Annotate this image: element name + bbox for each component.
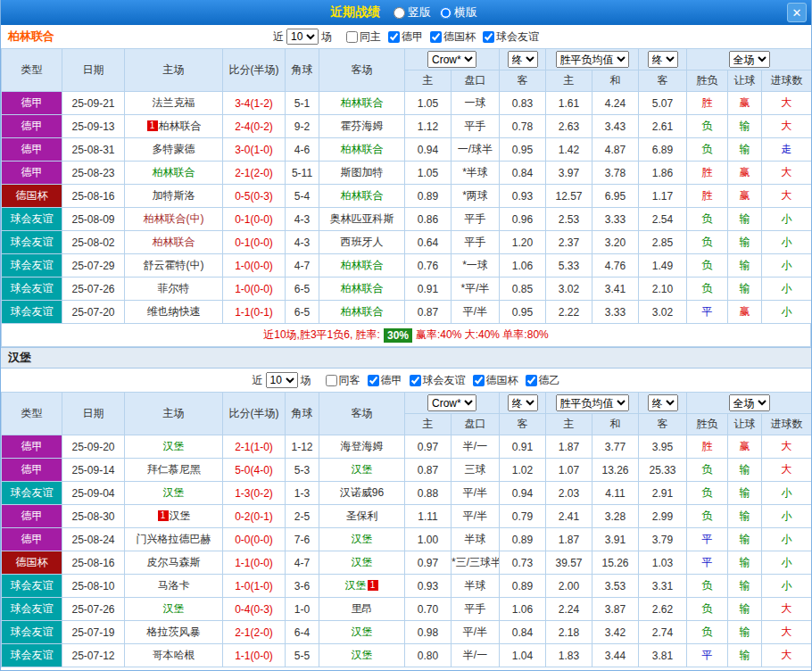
match-row: 德甲25-09-20汉堡2-1(1-0)1-12海登海姆0.97半/一0.911… — [2, 435, 812, 459]
home-team-name[interactable]: 汉堡 — [163, 602, 185, 615]
filter-checkbox[interactable] — [368, 375, 379, 386]
odds-handicap: 平/半 — [452, 482, 500, 505]
home-team-name[interactable]: 哥本哈根 — [153, 649, 195, 661]
home-team-name[interactable]: 舒云霍特(中) — [144, 259, 204, 271]
filter-checkbox[interactable] — [346, 31, 358, 43]
mean-draw: 3.53 — [592, 575, 639, 598]
odds-company-select[interactable]: Crow* — [427, 51, 476, 68]
home-team-name[interactable]: 多特蒙德 — [153, 143, 195, 155]
away-team-name[interactable]: 汉堡 — [352, 533, 373, 545]
match-row: 球会友谊25-09-04汉堡1-3(0-2)1-3汉诺威960.88平/半0.9… — [2, 482, 812, 505]
layout-horizontal-option[interactable]: 横版 — [440, 4, 477, 21]
home-team-name[interactable]: 汉堡 — [163, 486, 185, 499]
match-row: 德甲25-08-301汉堡0-2(0-1)2-5圣保利1.11平/半0.792.… — [2, 505, 812, 528]
mean-select[interactable]: 胜平负均值 — [556, 394, 629, 411]
close-button[interactable]: ✕ — [787, 3, 807, 22]
away-team-name[interactable]: 汉堡 — [352, 625, 373, 638]
scope-select[interactable]: 全场 — [729, 51, 770, 68]
filter-checkbox[interactable] — [473, 375, 485, 386]
odds-company-select[interactable]: Crow* — [427, 394, 476, 411]
odds-final-select[interactable]: 终 — [508, 394, 538, 411]
home-team-name[interactable]: 柏林联合 — [153, 236, 195, 248]
result-wdl: 胜 — [687, 162, 728, 185]
away-team-cell: 奥林匹亚科斯 — [319, 208, 405, 231]
result-handicap: 输 — [728, 528, 762, 551]
filter-option[interactable]: 球会友谊 — [402, 373, 466, 388]
home-team-cell: 舒云霍特(中) — [125, 254, 223, 278]
filter-checkbox[interactable] — [326, 375, 337, 386]
filter-option[interactable]: 德甲 — [360, 373, 402, 388]
home-team-name[interactable]: 拜仁慕尼黑 — [147, 463, 201, 476]
home-team-name[interactable]: 法兰克福 — [153, 96, 195, 109]
away-team-name[interactable]: 柏林联合 — [341, 189, 384, 202]
mean-final-cell: 终 — [639, 49, 687, 70]
home-team-name[interactable]: 汉堡 — [163, 440, 185, 452]
home-team-name[interactable]: 维也纳快速 — [147, 305, 201, 318]
away-team-name[interactable]: 汉堡 — [352, 556, 373, 568]
filter-option[interactable]: 球会友谊 — [476, 29, 539, 45]
home-team-name[interactable]: 柏林联合 — [159, 120, 202, 132]
corners: 5-1 — [286, 92, 319, 115]
away-team-name[interactable]: 柏林联合 — [341, 282, 384, 294]
filter-option[interactable]: 德国杯 — [466, 373, 518, 388]
odds-final-select[interactable]: 终 — [508, 51, 538, 68]
mean-select[interactable]: 胜平负均值 — [556, 51, 629, 68]
away-team-name[interactable]: 斯图加特 — [341, 166, 384, 178]
mean-final-cell: 终 — [639, 393, 687, 414]
away-team-name[interactable]: 柏林联合 — [341, 143, 384, 155]
result-goals: 小 — [762, 528, 812, 551]
filter-checkbox[interactable] — [430, 31, 442, 43]
away-team-name[interactable]: 里昂 — [352, 602, 373, 615]
away-team-name[interactable]: 圣保利 — [346, 509, 378, 522]
near-label: 近 — [273, 29, 284, 45]
result-handicap: 赢 — [728, 185, 762, 208]
home-team-name[interactable]: 加特斯洛 — [153, 189, 195, 202]
team2-header-band: 汉堡 — [1, 347, 811, 369]
layout-horizontal-radio[interactable] — [440, 7, 452, 19]
away-team-cell: 圣保利 — [319, 505, 405, 528]
team-name[interactable]: 柏林联合 — [8, 29, 54, 45]
away-team-name[interactable]: 汉堡 — [352, 463, 373, 476]
rank-badge: 1 — [147, 120, 158, 131]
filter-checkbox[interactable] — [526, 375, 537, 386]
layout-vertical-option[interactable]: 竖版 — [394, 4, 431, 21]
result-handicap: 输 — [728, 231, 762, 254]
away-team-name[interactable]: 柏林联合 — [341, 96, 384, 109]
home-team-name[interactable]: 柏林联合 — [153, 166, 195, 178]
away-team-name[interactable]: 汉堡 — [345, 579, 367, 592]
away-team-cell: 柏林联合 — [319, 278, 405, 301]
home-team-name[interactable]: 门兴格拉德巴赫 — [137, 533, 211, 545]
team-name[interactable]: 汉堡 — [8, 350, 31, 366]
filter-option[interactable]: 德国杯 — [423, 29, 476, 45]
col-header-mean-draw: 和 — [592, 414, 639, 435]
away-team-name[interactable]: 海登海姆 — [341, 440, 384, 452]
filter-option[interactable]: 同主 — [339, 29, 381, 45]
away-team-name[interactable]: 柏林联合 — [341, 305, 384, 318]
filter-checkbox[interactable] — [410, 375, 421, 386]
filter-option[interactable]: 同客 — [319, 373, 360, 388]
home-team-name[interactable]: 菲尔特 — [158, 282, 190, 294]
away-team-name[interactable]: 西班牙人 — [341, 236, 384, 248]
home-team-name[interactable]: 马洛卡 — [158, 579, 190, 592]
mean-final-select[interactable]: 终 — [648, 51, 678, 68]
home-team-name[interactable]: 汉堡 — [170, 509, 191, 522]
filter-checkbox[interactable] — [483, 31, 494, 43]
home-team-name[interactable]: 柏林联合(中) — [144, 212, 204, 225]
away-team-name[interactable]: 汉诺威96 — [340, 486, 384, 499]
home-team-name[interactable]: 皮尔马森斯 — [147, 556, 201, 568]
away-team-name[interactable]: 霍芬海姆 — [341, 120, 384, 132]
layout-vertical-radio[interactable] — [394, 7, 405, 19]
away-team-cell: 柏林联合 — [319, 92, 405, 115]
filter-option[interactable]: 德乙 — [518, 373, 560, 388]
scope-select[interactable]: 全场 — [729, 394, 770, 411]
filter-option[interactable]: 德甲 — [381, 29, 423, 45]
away-team-name[interactable]: 奥林匹亚科斯 — [330, 212, 394, 225]
match-count-select[interactable]: 10 — [266, 372, 298, 388]
filter-label: 德甲 — [381, 373, 402, 388]
away-team-name[interactable]: 汉堡 — [352, 649, 373, 661]
home-team-name[interactable]: 格拉茨风暴 — [147, 625, 201, 638]
match-count-select[interactable]: 10 — [286, 29, 319, 45]
mean-final-select[interactable]: 终 — [648, 394, 678, 411]
away-team-name[interactable]: 柏林联合 — [341, 259, 384, 271]
filter-checkbox[interactable] — [388, 31, 400, 43]
